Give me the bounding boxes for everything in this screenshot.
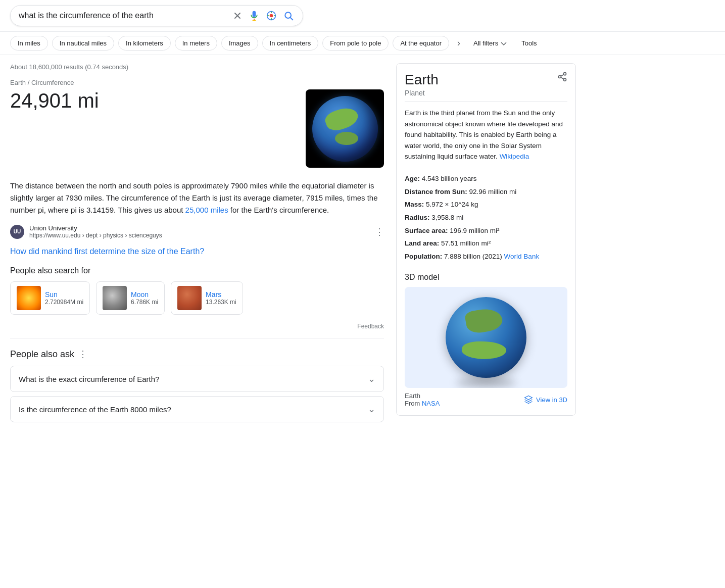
kp-description-text: Earth is the third planet from the Sun a… <box>405 109 563 160</box>
kp-nasa-link[interactable]: NASA <box>422 400 440 407</box>
description-link[interactable]: 25,000 miles <box>185 206 228 214</box>
feedback-label: Feedback <box>357 323 384 330</box>
answer-value: 24,901 mi <box>10 89 296 112</box>
moon-info: Moon 6.786K mi <box>131 290 158 306</box>
kp-fact-distance-label: Distance from Sun: <box>405 188 467 195</box>
source-details: Union University https://www.uu.edu › de… <box>29 224 162 239</box>
paa-question-2[interactable]: Is the circumference of the Earth 8000 m… <box>11 397 383 422</box>
paa-chevron-1: ⌄ <box>368 373 375 384</box>
sun-value: 2.720984M mi <box>45 299 83 306</box>
left-column: About 18,600,000 results (0.74 seconds) … <box>10 55 384 434</box>
svg-point-7 <box>564 78 566 81</box>
kp-fact-mass-label: Mass: <box>405 201 424 208</box>
kp-fact-radius-value: 3,958.8 mi <box>431 214 463 221</box>
kp-3d-source: Earth From NASA <box>405 392 440 407</box>
paa-menu-icon[interactable]: ⋮ <box>78 349 87 360</box>
mars-info: Mars 13.263K mi <box>206 290 236 306</box>
paa-question-1[interactable]: What is the exact circumference of Earth… <box>11 366 383 391</box>
kp-3d-model <box>405 287 567 388</box>
mars-name: Mars <box>206 290 236 299</box>
kp-title: Earth <box>405 72 439 88</box>
filter-bar: In miles In nautical miles In kilometers… <box>0 32 725 55</box>
filter-at-the-equator[interactable]: At the equator <box>393 36 449 51</box>
kp-fact-age-value: 4.543 billion years <box>422 175 477 182</box>
filter-in-nautical-miles[interactable]: In nautical miles <box>52 36 114 51</box>
paa-question-1-text: What is the exact circumference of Earth… <box>19 375 159 383</box>
kp-fact-mass-value: 5.972 × 10^24 kg <box>426 201 478 208</box>
kp-fact-population-label: Population: <box>405 253 442 260</box>
paa-item-1: What is the exact circumference of Earth… <box>10 366 384 392</box>
kp-3d-from-label: From <box>405 400 420 407</box>
filter-images[interactable]: Images <box>221 36 258 51</box>
source-info: UU Union University https://www.uu.edu ›… <box>10 224 162 239</box>
search-icons <box>232 10 295 22</box>
breadcrumb-earth-link[interactable]: Earth <box>10 79 26 86</box>
paa-item-2: Is the circumference of the Earth 8000 m… <box>10 396 384 422</box>
header <box>0 0 725 32</box>
search-card-moon[interactable]: Moon 6.786K mi <box>96 281 165 315</box>
clear-button[interactable] <box>232 10 243 21</box>
svg-line-4 <box>291 18 293 20</box>
filter-more-button[interactable]: › <box>453 36 464 51</box>
description-text: The distance between the north and south… <box>10 180 384 216</box>
moon-image <box>103 286 127 310</box>
kp-header: Earth Planet <box>397 64 575 101</box>
kp-fact-radius: Radius: 3,958.8 mi <box>405 211 567 224</box>
all-filters-button[interactable]: All filters <box>468 36 512 50</box>
kp-fact-radius-label: Radius: <box>405 214 430 221</box>
kp-fact-mass: Mass: 5.972 × 10^24 kg <box>405 198 567 211</box>
share-icon <box>557 72 567 82</box>
kp-fact-surface-area-label: Surface area: <box>405 227 448 234</box>
search-button[interactable] <box>282 10 295 22</box>
knowledge-panel: Earth Planet Earth is the third planet f… <box>396 63 576 416</box>
kp-wikipedia-link[interactable]: Wikipedia <box>500 153 529 160</box>
paa-title: People also ask <box>10 349 74 360</box>
kp-world-bank-link[interactable]: World Bank <box>504 253 540 260</box>
voice-search-button[interactable] <box>248 10 260 22</box>
source-url: https://www.uu.edu › dept › physics › sc… <box>29 232 162 239</box>
search-bar <box>10 5 303 26</box>
results-info: About 18,600,000 results (0.74 seconds) <box>10 63 384 71</box>
kp-title-section: Earth Planet <box>405 72 439 97</box>
search-card-mars[interactable]: Mars 13.263K mi <box>171 281 243 315</box>
all-filters-label: All filters <box>473 39 498 47</box>
feedback-row[interactable]: Feedback <box>10 323 384 338</box>
tools-button[interactable]: Tools <box>516 36 542 50</box>
filter-from-pole-to-pole[interactable]: From pole to pole <box>322 36 389 51</box>
filter-in-kilometers[interactable]: In kilometers <box>118 36 171 51</box>
camera-icon <box>266 11 276 21</box>
breadcrumb-separator: / <box>28 79 31 86</box>
main-answer-section: 24,901 mi <box>10 89 384 168</box>
kp-fact-population: Population: 7.888 billion (2021) World B… <box>405 250 567 263</box>
sun-name: Sun <box>45 290 83 299</box>
model-earth-globe <box>446 297 526 378</box>
svg-line-9 <box>561 74 564 76</box>
kp-fact-distance-value: 92.96 million mi <box>469 188 517 195</box>
chevron-down-icon <box>500 40 507 47</box>
description-end: for the Earth's circumference. <box>230 206 329 214</box>
answer-left: 24,901 mi <box>10 89 296 116</box>
view-3d-button[interactable]: View in 3D <box>524 395 567 404</box>
sun-info: Sun 2.720984M mi <box>45 290 83 306</box>
kp-fact-age: Age: 4.543 billion years <box>405 172 567 185</box>
kp-share-button[interactable] <box>557 72 567 84</box>
kp-fact-population-value: 7.888 billion (2021) <box>444 253 504 260</box>
svg-point-2 <box>270 14 273 18</box>
kp-3d-footer: Earth From NASA View in 3D <box>405 392 567 407</box>
source-more-menu[interactable]: ⋮ <box>375 226 384 237</box>
lens-search-button[interactable] <box>265 10 277 22</box>
svg-point-6 <box>559 76 561 78</box>
search-card-sun[interactable]: Sun 2.720984M mi <box>10 281 90 315</box>
kp-3d-title: 3D model <box>405 273 567 282</box>
model-shadow <box>456 378 516 388</box>
kp-fact-surface-area: Surface area: 196.9 million mi² <box>405 224 567 237</box>
filter-in-miles[interactable]: In miles <box>10 36 48 51</box>
source-name: Union University <box>29 224 162 232</box>
kp-fact-distance: Distance from Sun: 92.96 million mi <box>405 185 567 199</box>
filter-in-meters[interactable]: In meters <box>175 36 217 51</box>
search-input[interactable] <box>19 11 232 20</box>
search-cards: Sun 2.720984M mi Moon 6.786K mi Mars 13.… <box>10 281 384 315</box>
related-link[interactable]: How did mankind first determine the size… <box>10 247 384 256</box>
paa-question-2-text: Is the circumference of the Earth 8000 m… <box>19 405 171 414</box>
filter-in-centimeters[interactable]: In centimeters <box>262 36 319 51</box>
